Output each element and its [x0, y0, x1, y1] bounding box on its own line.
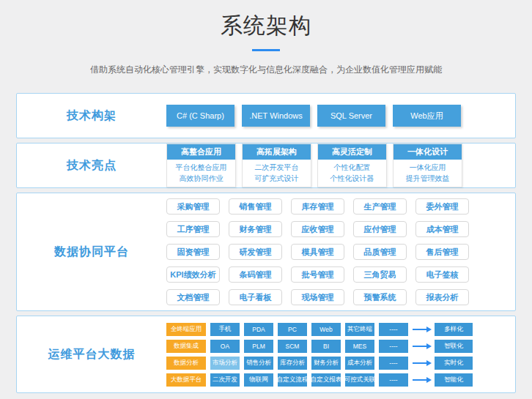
highlight-card-title: 高拓展架构: [243, 144, 311, 160]
module-button[interactable]: KPI绩效分析: [166, 266, 220, 283]
ops-item-button[interactable]: ----: [379, 340, 408, 353]
ops-item-button[interactable]: PDA: [244, 323, 273, 336]
ops-flow-row: 大数据平台二次开发物联网自定义流程自定义报表可控式关联----智能化: [166, 373, 515, 387]
section-tech-framework: 技术构架 C# (C Sharp).NET WindowsSQL ServerW…: [16, 93, 516, 138]
tech-framework-button[interactable]: Web应用: [393, 105, 461, 127]
highlight-card-line: 平台化整合应用: [167, 162, 235, 173]
ops-item-button[interactable]: 库存分析: [278, 357, 307, 370]
module-button[interactable]: 售后管理: [415, 244, 469, 260]
module-button[interactable]: 三角贸易: [353, 266, 407, 283]
highlight-card-title: 高整合应用: [167, 144, 235, 160]
tech-framework-button[interactable]: C# (C Sharp): [166, 105, 234, 127]
ops-item-button[interactable]: 二次开发: [210, 373, 240, 387]
page-subtitle: 借助系统自动化核心管理引擎，实现数字化与信息化深度融合，为企业数值化管理应用赋能: [0, 64, 532, 76]
highlight-card-title: 高灵活定制: [318, 144, 386, 160]
highlight-card-line: 提升管理效益: [394, 173, 462, 184]
module-button[interactable]: 文档管理: [166, 289, 220, 305]
module-button[interactable]: 库存管理: [291, 198, 344, 215]
ops-item-button[interactable]: 自定义流程: [278, 373, 307, 387]
ops-item-button[interactable]: ----: [379, 357, 408, 370]
ops-platform-rows: 全终端应用手机PDAPCWeb其它终端----多样化数据集成OAPLMSCMBI…: [166, 323, 515, 387]
module-row: 采购管理销售管理库存管理生产管理委外管理: [166, 198, 515, 215]
module-row: 文档管理电子看板现场管理预警系统报表分析: [166, 289, 515, 305]
module-button[interactable]: 研发管理: [229, 244, 282, 260]
module-button[interactable]: 应收管理: [291, 221, 344, 237]
module-button[interactable]: 模具管理: [291, 244, 344, 260]
module-button[interactable]: 条码管理: [229, 266, 282, 283]
tech-framework-button[interactable]: .NET Windows: [242, 105, 310, 127]
module-button[interactable]: 现场管理: [291, 289, 344, 305]
ops-flow-row: 数据集成OAPLMSCMBIMES----智联化: [166, 340, 515, 353]
ops-category-button[interactable]: 大数据平台: [166, 373, 206, 387]
ops-flow-row: 数据分析市场分析销售分析库存分析财务分析成本分析----实时化: [166, 357, 515, 370]
ops-item-button[interactable]: 可控式关联: [345, 373, 374, 387]
section-ops-platform: 运维平台大数据 全终端应用手机PDAPCWeb其它终端----多样化数据集成OA…: [16, 316, 516, 393]
module-button[interactable]: 工序管理: [166, 221, 220, 237]
ops-item-button[interactable]: OA: [210, 340, 240, 353]
ops-item-button[interactable]: MES: [345, 340, 374, 353]
ops-item-button[interactable]: 手机: [210, 323, 240, 336]
module-button[interactable]: 销售管理: [229, 198, 282, 215]
ops-result-button[interactable]: 智联化: [435, 340, 473, 353]
ops-item-button[interactable]: 成本分析: [345, 357, 374, 370]
ops-item-button[interactable]: BI: [311, 340, 341, 353]
tech-framework-button[interactable]: SQL Server: [317, 105, 385, 127]
section-data-platform: 数据协同平台 采购管理销售管理库存管理生产管理委外管理工序管理财务管理应收管理应…: [16, 193, 516, 311]
module-row: KPI绩效分析条码管理批号管理三角贸易电子签核: [166, 266, 515, 283]
module-button[interactable]: 品质管理: [353, 244, 407, 260]
highlight-card: 高灵活定制个性化配置个性化设计器: [317, 143, 387, 187]
highlight-card-body: 一体化应用提升管理效益: [394, 160, 462, 187]
highlight-card-line: 可扩充式设计: [243, 173, 311, 184]
page-title: 系统架构: [0, 11, 532, 41]
ops-category-button[interactable]: 数据分析: [166, 357, 206, 370]
module-row: 固资管理研发管理模具管理品质管理售后管理: [166, 244, 515, 260]
ops-item-button[interactable]: 市场分析: [210, 357, 240, 370]
ops-item-group: 手机PDAPCWeb其它终端----: [210, 323, 408, 336]
module-button[interactable]: 报表分析: [415, 289, 469, 305]
module-button[interactable]: 成本管理: [415, 221, 469, 237]
data-platform-grid: 采购管理销售管理库存管理生产管理委外管理工序管理财务管理应收管理应付管理成本管理…: [166, 198, 515, 305]
ops-result-button[interactable]: 实时化: [435, 357, 473, 370]
ops-item-button[interactable]: 销售分析: [244, 357, 273, 370]
module-button[interactable]: 批号管理: [291, 266, 344, 283]
ops-item-button[interactable]: ----: [379, 323, 408, 336]
module-button[interactable]: 预警系统: [353, 289, 407, 305]
module-button[interactable]: 应付管理: [353, 221, 407, 237]
arrow-right-icon: [413, 379, 427, 381]
highlight-card-body: 平台化整合应用高效协同作业: [167, 160, 235, 187]
ops-item-button[interactable]: SCM: [278, 340, 307, 353]
module-button[interactable]: 生产管理: [353, 198, 407, 215]
highlight-card-line: 个性化设计器: [318, 173, 386, 184]
ops-category-button[interactable]: 全终端应用: [166, 323, 206, 336]
tech-framework-buttons: C# (C Sharp).NET WindowsSQL ServerWeb应用: [166, 105, 515, 127]
section-label-tech-highlights: 技术亮点: [17, 158, 166, 174]
ops-item-button[interactable]: PLM: [244, 340, 273, 353]
arrow-right-icon: [413, 346, 427, 347]
ops-result-button[interactable]: 智能化: [435, 373, 473, 387]
ops-item-button[interactable]: Web: [311, 323, 341, 336]
highlight-card-line: 个性化配置: [318, 162, 386, 173]
module-button[interactable]: 固资管理: [166, 244, 220, 260]
ops-item-button[interactable]: 财务分析: [311, 357, 341, 370]
ops-item-button[interactable]: 其它终端: [345, 323, 374, 336]
ops-item-button[interactable]: 物联网: [244, 373, 273, 387]
module-button[interactable]: 电子看板: [229, 289, 282, 305]
ops-item-button[interactable]: 自定义报表: [311, 373, 341, 387]
ops-item-group: 市场分析销售分析库存分析财务分析成本分析----: [210, 357, 408, 370]
module-button[interactable]: 采购管理: [166, 198, 220, 215]
module-button[interactable]: 委外管理: [415, 198, 469, 215]
module-button[interactable]: 财务管理: [229, 221, 282, 237]
section-label-data-platform: 数据协同平台: [17, 245, 166, 260]
section-label-tech-framework: 技术构架: [17, 108, 166, 124]
ops-item-button[interactable]: PC: [278, 323, 307, 336]
highlight-card: 高拓展架构二次开发平台可扩充式设计: [242, 143, 311, 187]
section-tech-highlights: 技术亮点 高整合应用平台化整合应用高效协同作业高拓展架构二次开发平台可扩充式设计…: [16, 143, 516, 188]
ops-flow-row: 全终端应用手机PDAPCWeb其它终端----多样化: [166, 323, 515, 336]
ops-category-button[interactable]: 数据集成: [166, 340, 206, 353]
highlight-card: 一体化设计一体化应用提升管理效益: [393, 143, 462, 187]
ops-result-button[interactable]: 多样化: [435, 323, 473, 336]
ops-item-button[interactable]: ----: [379, 373, 408, 387]
module-button[interactable]: 电子签核: [415, 266, 469, 283]
tech-highlight-cards: 高整合应用平台化整合应用高效协同作业高拓展架构二次开发平台可扩充式设计高灵活定制…: [166, 143, 515, 187]
highlight-card: 高整合应用平台化整合应用高效协同作业: [166, 143, 236, 187]
